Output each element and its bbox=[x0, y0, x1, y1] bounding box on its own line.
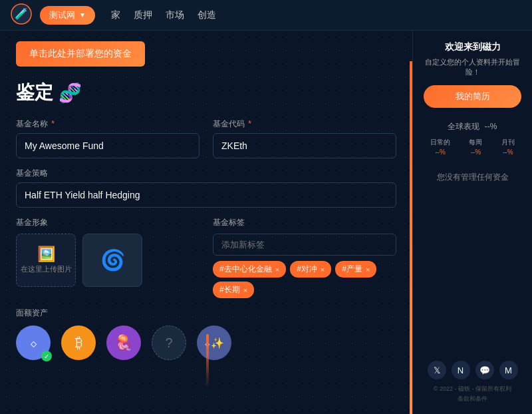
nav-logo: 🧪 bbox=[11, 3, 32, 27]
perf-daily: 日常的 --% bbox=[430, 138, 450, 156]
orange-divider bbox=[410, 61, 412, 414]
asset-eth2[interactable]: ⬦✨ bbox=[197, 325, 231, 360]
tag-defi: #去中心化金融 × bbox=[213, 261, 286, 278]
perf-row: 日常的 --% 每周 --% 月刊 --% bbox=[424, 138, 521, 156]
strategy-group: 基金策略 bbox=[16, 168, 396, 208]
question-icon: ? bbox=[165, 335, 172, 351]
nav-links: 家 质押 市场 创造 bbox=[111, 9, 216, 21]
welcome-title: 欢迎来到磁力 bbox=[445, 41, 501, 53]
global-perf-title: 全球表现 --% bbox=[448, 121, 497, 132]
tags-section: 基金标签 #去中心化金融 × #对冲 × #产量 × bbox=[213, 217, 396, 298]
tag-remove-yield[interactable]: × bbox=[366, 266, 370, 274]
nav-create[interactable]: 创造 bbox=[198, 9, 216, 21]
image-slot-upload[interactable]: 🖼️ 在这里上传图片 bbox=[16, 234, 76, 287]
welcome-sub: 自定义您的个人资料并开始冒险！ bbox=[424, 57, 521, 77]
image-slot-filled[interactable]: 🌀 bbox=[82, 234, 142, 287]
btc-circle: ₿ bbox=[61, 325, 96, 360]
upload-icon: 🖼️ bbox=[37, 246, 55, 263]
section-title: 鉴定 🧬 bbox=[16, 80, 396, 105]
nav-market[interactable]: 市场 bbox=[166, 9, 184, 21]
fund-code-group: 基金代码 * bbox=[213, 118, 396, 158]
deploy-fund-button[interactable]: 单击此处并部署您的资金 bbox=[16, 41, 145, 67]
network-label: 测试网 bbox=[49, 9, 75, 21]
copyright-text: © 2022 - 磁铁 - 保留所有权利 bbox=[424, 385, 521, 393]
nav-home[interactable]: 家 bbox=[111, 9, 120, 21]
fund-icon-svg: 🌀 bbox=[89, 237, 136, 284]
eth-icon: ⬦ bbox=[29, 334, 38, 351]
social-icons: 𝕏 N 💬 M bbox=[424, 361, 521, 379]
fund-image-label: 基金形象 bbox=[16, 217, 200, 228]
purple-circle: 🪼 bbox=[106, 325, 141, 360]
no-fund-message: 您没有管理任何资金 bbox=[437, 172, 509, 183]
svg-text:🧪: 🧪 bbox=[15, 7, 28, 20]
image-slots: 🖼️ 在这里上传图片 🌀 bbox=[16, 234, 200, 287]
asset-eth[interactable]: ⬦ ✓ bbox=[16, 325, 51, 360]
section-emoji: 🧬 bbox=[59, 82, 82, 104]
tag-remove-defi[interactable]: × bbox=[275, 266, 279, 274]
fund-name-code-row: 基金名称 * 基金代码 * bbox=[16, 118, 396, 158]
eth-check: ✓ bbox=[41, 351, 52, 361]
asset-purple[interactable]: 🪼 bbox=[106, 325, 141, 360]
asset-btc[interactable]: ₿ bbox=[61, 325, 96, 360]
tag-yield: #产量 × bbox=[335, 261, 376, 278]
chevron-down-icon: ▼ bbox=[79, 11, 86, 19]
scroll-indicator bbox=[206, 334, 209, 387]
eth2-circle: ⬦✨ bbox=[197, 325, 231, 360]
strategy-label: 基金策略 bbox=[16, 168, 396, 179]
btc-icon: ₿ bbox=[75, 334, 82, 351]
tag-longterm: #长期 × bbox=[213, 282, 254, 298]
top-navigation: 🧪 测试网 ▼ 家 质押 市场 创造 bbox=[0, 0, 532, 31]
perf-weekly: 每周 --% bbox=[469, 138, 482, 156]
required-star: * bbox=[51, 119, 55, 128]
tag-hedge: #对冲 × bbox=[290, 261, 331, 278]
fund-image-section: 基金形象 🖼️ 在这里上传图片 🌀 bbox=[16, 217, 200, 298]
fund-name-label: 基金名称 * bbox=[16, 118, 200, 130]
asset-unknown[interactable]: ? bbox=[152, 325, 186, 360]
twitter-icon[interactable]: 𝕏 bbox=[428, 361, 446, 379]
medium-icon[interactable]: M bbox=[499, 361, 518, 379]
network-button[interactable]: 测试网 ▼ bbox=[40, 6, 95, 25]
strategy-input[interactable] bbox=[16, 182, 396, 208]
svg-text:🌀: 🌀 bbox=[100, 248, 126, 272]
tag-remove-hedge[interactable]: × bbox=[321, 266, 325, 274]
terms-text: 条款和条件 bbox=[424, 395, 521, 403]
profile-button[interactable]: 我的简历 bbox=[424, 85, 521, 108]
tags-container: #去中心化金融 × #对冲 × #产量 × #长期 × bbox=[213, 261, 396, 298]
fund-name-input[interactable] bbox=[16, 133, 200, 158]
question-circle: ? bbox=[152, 325, 186, 360]
notion-icon[interactable]: N bbox=[452, 361, 470, 379]
fund-name-group: 基金名称 * bbox=[16, 118, 200, 158]
perf-monthly: 月刊 --% bbox=[501, 138, 515, 156]
tags-label: 基金标签 bbox=[213, 217, 396, 228]
required-star2: * bbox=[248, 119, 251, 128]
tag-input[interactable] bbox=[213, 234, 396, 256]
right-panel: 欢迎来到磁力 自定义您的个人资料并开始冒险！ 我的简历 全球表现 --% 日常的… bbox=[412, 31, 532, 414]
nav-stake[interactable]: 质押 bbox=[134, 9, 152, 21]
tag-remove-longterm[interactable]: × bbox=[243, 286, 247, 294]
image-tags-row: 基金形象 🖼️ 在这里上传图片 🌀 基金标签 bbox=[16, 217, 396, 298]
right-footer: 𝕏 N 💬 M © 2022 - 磁铁 - 保留所有权利 条款和条件 bbox=[424, 361, 521, 403]
jellyfish-icon: 🪼 bbox=[115, 334, 133, 351]
fund-code-input[interactable] bbox=[213, 133, 396, 158]
fund-code-label: 基金代码 * bbox=[213, 118, 396, 130]
discord-icon[interactable]: 💬 bbox=[475, 361, 494, 379]
face-assets-label: 面额资产 bbox=[16, 308, 396, 319]
